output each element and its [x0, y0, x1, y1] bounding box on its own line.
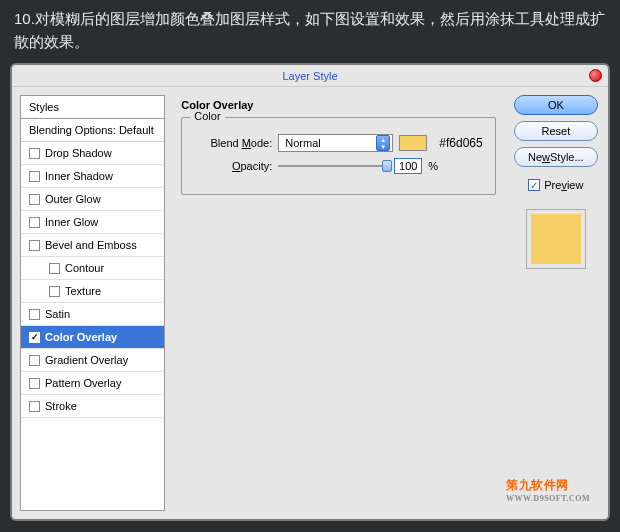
new-style-button[interactable]: New Style... — [514, 147, 598, 167]
opacity-unit: % — [428, 160, 438, 172]
style-item-label: Drop Shadow — [45, 147, 112, 159]
style-item-inner-shadow[interactable]: Inner Shadow — [21, 165, 164, 188]
style-item-satin[interactable]: Satin — [21, 303, 164, 326]
checkbox[interactable] — [49, 263, 60, 274]
select-spinner-icon: ▲▼ — [376, 135, 390, 151]
fieldset-legend: Color — [190, 110, 224, 122]
checkbox[interactable] — [49, 286, 60, 297]
style-item-label: Color Overlay — [45, 331, 117, 343]
style-item-stroke[interactable]: Stroke — [21, 395, 164, 418]
styles-panel: Styles Blending Options: Default Drop Sh… — [20, 95, 165, 511]
instruction-text: 10.对模糊后的图层增加颜色叠加图层样式，如下图设置和效果，然后用涂抹工具处理成… — [0, 0, 620, 63]
style-item-label: Bevel and Emboss — [45, 239, 137, 251]
watermark-main: 第九软件网 — [506, 477, 590, 494]
section-title: Color Overlay — [181, 99, 495, 111]
color-swatch[interactable] — [399, 135, 427, 151]
buttons-panel: OK Reset New Style... Preview — [512, 95, 600, 511]
blending-options[interactable]: Blending Options: Default — [21, 119, 164, 142]
slider-thumb-icon[interactable] — [382, 160, 392, 172]
style-item-texture[interactable]: Texture — [21, 280, 164, 303]
style-item-label: Gradient Overlay — [45, 354, 128, 366]
dialog-titlebar: Layer Style — [12, 65, 608, 87]
opacity-input[interactable] — [394, 158, 422, 174]
style-item-label: Satin — [45, 308, 70, 320]
style-item-label: Inner Shadow — [45, 170, 113, 182]
style-item-gradient-overlay[interactable]: Gradient Overlay — [21, 349, 164, 372]
watermark-sub: WWW.D9SOFT.COM — [506, 494, 590, 503]
style-item-label: Inner Glow — [45, 216, 98, 228]
style-item-pattern-overlay[interactable]: Pattern Overlay — [21, 372, 164, 395]
blend-mode-select[interactable]: Normal ▲▼ — [278, 134, 393, 152]
dialog-title: Layer Style — [282, 70, 337, 82]
opacity-slider[interactable] — [278, 165, 388, 167]
style-item-bevel-and-emboss[interactable]: Bevel and Emboss — [21, 234, 164, 257]
checkbox[interactable] — [29, 171, 40, 182]
checkbox[interactable] — [29, 378, 40, 389]
style-item-inner-glow[interactable]: Inner Glow — [21, 211, 164, 234]
color-fieldset: Color Blend Mode: Normal ▲▼ #f6d065 Opac… — [181, 117, 495, 195]
style-item-label: Pattern Overlay — [45, 377, 121, 389]
hex-value: #f6d065 — [439, 136, 482, 150]
checkbox[interactable] — [29, 309, 40, 320]
style-item-label: Texture — [65, 285, 101, 297]
opacity-label: Opacity: — [194, 160, 272, 172]
watermark: 第九软件网 WWW.D9SOFT.COM — [506, 477, 590, 503]
style-item-label: Outer Glow — [45, 193, 101, 205]
checkbox[interactable] — [29, 332, 40, 343]
ok-button[interactable]: OK — [514, 95, 598, 115]
style-item-label: Contour — [65, 262, 104, 274]
reset-button[interactable]: Reset — [514, 121, 598, 141]
style-item-contour[interactable]: Contour — [21, 257, 164, 280]
close-button[interactable] — [589, 69, 602, 82]
style-item-color-overlay[interactable]: Color Overlay — [21, 326, 164, 349]
checkbox[interactable] — [29, 240, 40, 251]
style-item-outer-glow[interactable]: Outer Glow — [21, 188, 164, 211]
checkbox[interactable] — [29, 355, 40, 366]
style-item-label: Stroke — [45, 400, 77, 412]
style-item-drop-shadow[interactable]: Drop Shadow — [21, 142, 164, 165]
preview-checkbox-row[interactable]: Preview — [528, 179, 583, 191]
checkbox[interactable] — [29, 194, 40, 205]
blend-mode-label: Blend Mode: — [194, 137, 272, 149]
preview-swatch — [526, 209, 586, 269]
preview-checkbox[interactable] — [528, 179, 540, 191]
styles-header[interactable]: Styles — [21, 96, 164, 119]
layer-style-dialog: Layer Style Styles Blending Options: Def… — [10, 63, 610, 521]
checkbox[interactable] — [29, 217, 40, 228]
settings-panel: Color Overlay Color Blend Mode: Normal ▲… — [173, 95, 503, 511]
blend-mode-value: Normal — [285, 137, 320, 149]
preview-label: Preview — [544, 179, 583, 191]
checkbox[interactable] — [29, 148, 40, 159]
checkbox[interactable] — [29, 401, 40, 412]
